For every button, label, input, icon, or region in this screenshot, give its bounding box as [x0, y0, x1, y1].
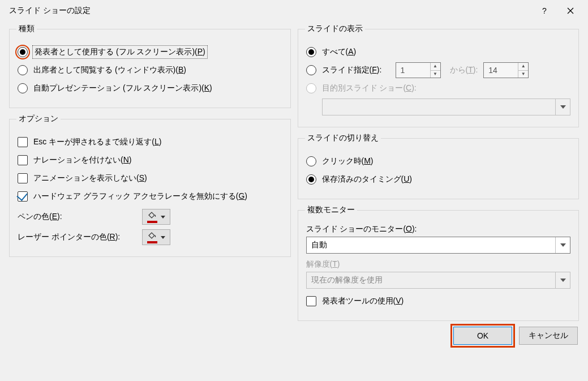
pen-color-button[interactable] — [142, 209, 170, 225]
radio-icon — [306, 156, 316, 166]
radio-presenter-label: 発表者として使用する (フル スクリーン表示)(P) — [33, 46, 207, 58]
radio-icon — [306, 47, 316, 57]
radio-icon — [18, 47, 28, 57]
spin-up-icon[interactable]: ▲ — [431, 63, 440, 70]
group-advance: スライドの切り替え クリック時(M) 保存済みのタイミング(U) — [298, 133, 580, 199]
radio-range[interactable]: スライド指定(F): ▲▼ から(T): ▲▼ — [306, 62, 571, 78]
monitor-select[interactable]: 自動 — [306, 237, 571, 254]
group-monitors: 複数モニター スライド ショーのモニター(O): 自動 解像度(T) 現在の解像… — [298, 205, 580, 321]
from-spinner[interactable]: ▲▼ — [396, 62, 441, 78]
checkbox-icon — [18, 173, 28, 183]
chevron-down-icon — [161, 236, 165, 239]
check-hw-accel[interactable]: ハードウェア グラフィック アクセラレータを無効にする(G) — [18, 189, 282, 204]
dialog-titlebar: スライド ショーの設定 ? — [0, 0, 588, 22]
chevron-down-icon — [161, 216, 165, 219]
check-narration[interactable]: ナレーションを付けない(N) — [18, 152, 282, 168]
group-monitors-legend: 複数モニター — [305, 205, 357, 215]
check-presenter-view[interactable]: 発表者ツールの使用(V) — [306, 293, 571, 309]
custom-show-select — [322, 99, 571, 115]
radio-timings[interactable]: 保存済みのタイミング(U) — [306, 172, 571, 187]
to-input[interactable] — [484, 63, 518, 78]
checkbox-icon — [18, 155, 28, 165]
radio-kiosk-label: 自動プレゼンテーション (フル スクリーン表示)(K) — [33, 83, 212, 93]
cancel-button[interactable]: キャンセル — [519, 327, 578, 345]
bucket-icon — [147, 231, 157, 243]
pen-color-row: ペンの色(E): — [18, 209, 282, 225]
help-button[interactable]: ? — [531, 2, 557, 19]
radio-custom-show: 目的別スライド ショー(C): — [306, 80, 571, 96]
radio-browsed-label: 出席者として閲覧する (ウィンドウ表示)(B) — [33, 65, 186, 75]
checkbox-icon — [18, 191, 28, 202]
ok-button[interactable]: OK — [453, 327, 512, 345]
bucket-icon — [147, 211, 157, 223]
chevron-down-icon — [555, 99, 570, 115]
checkbox-icon — [18, 137, 28, 147]
spin-up-icon[interactable]: ▲ — [518, 63, 528, 70]
radio-all[interactable]: すべて(A) — [306, 44, 571, 60]
to-spinner[interactable]: ▲▼ — [483, 62, 529, 78]
spin-down-icon[interactable]: ▼ — [431, 70, 440, 78]
resolution-select: 現在の解像度を使用 — [306, 272, 571, 289]
radio-icon — [306, 174, 316, 185]
group-show-slides-legend: スライドの表示 — [305, 24, 365, 34]
radio-presenter[interactable]: 発表者として使用する (フル スクリーン表示)(P) — [18, 44, 282, 60]
radio-browsed[interactable]: 出席者として閲覧する (ウィンドウ表示)(B) — [18, 62, 282, 78]
spin-down-icon[interactable]: ▼ — [518, 70, 528, 78]
radio-icon — [306, 65, 316, 75]
laser-color-button[interactable] — [142, 229, 170, 245]
radio-manual[interactable]: クリック時(M) — [306, 153, 571, 169]
group-show-type: 種類 発表者として使用する (フル スクリーン表示)(P) 出席者として閲覧する… — [9, 24, 291, 108]
check-loop[interactable]: Esc キーが押されるまで繰り返す(L) — [18, 134, 282, 150]
close-icon — [567, 7, 574, 14]
laser-color-row: レーザー ポインターの色(R): — [18, 229, 282, 245]
chevron-down-icon — [555, 237, 570, 253]
dialog-title: スライド ショーの設定 — [9, 6, 531, 16]
radio-icon — [18, 65, 28, 75]
radio-kiosk[interactable]: 自動プレゼンテーション (フル スクリーン表示)(K) — [18, 80, 282, 96]
check-animation[interactable]: アニメーションを表示しない(S) — [18, 170, 282, 186]
radio-icon — [306, 83, 316, 93]
group-options: オプション Esc キーが押されるまで繰り返す(L) ナレーションを付けない(N… — [9, 114, 291, 257]
group-show-slides: スライドの表示 すべて(A) スライド指定(F): ▲▼ から(T): ▲▼ — [298, 24, 580, 127]
group-options-legend: オプション — [16, 114, 61, 124]
group-show-type-legend: 種類 — [16, 24, 37, 34]
chevron-down-icon — [555, 272, 570, 288]
close-button[interactable] — [557, 2, 583, 19]
group-advance-legend: スライドの切り替え — [305, 133, 381, 143]
checkbox-icon — [306, 296, 316, 306]
resolution-label: 解像度(T) — [306, 259, 340, 268]
from-input[interactable] — [396, 63, 430, 78]
radio-icon — [18, 83, 28, 93]
monitor-label: スライド ショーのモニター(O): — [306, 224, 417, 233]
